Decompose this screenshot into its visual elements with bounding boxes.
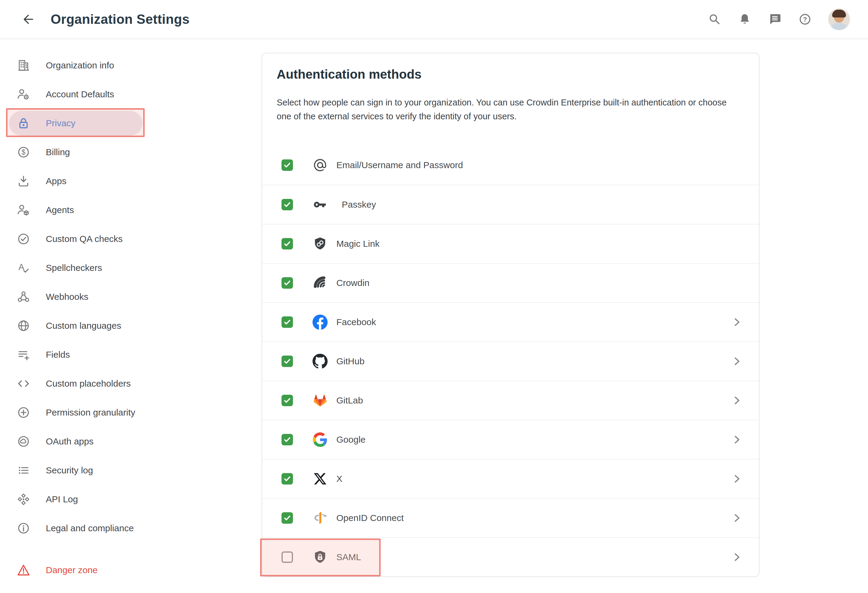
chevron-right-icon[interactable]: [732, 474, 742, 484]
person-cube-icon: [16, 203, 31, 217]
sidebar-item-legal-and-compliance[interactable]: Legal and compliance: [0, 514, 259, 543]
checkbox-checked[interactable]: [282, 159, 293, 171]
sidebar-item-webhooks[interactable]: Webhooks: [0, 282, 259, 311]
sidebar-item-custom-languages[interactable]: Custom languages: [0, 311, 259, 340]
checkbox-checked[interactable]: [282, 473, 293, 485]
sidebar-item-label: Custom languages: [46, 321, 121, 331]
auth-row-email-username-and-password[interactable]: Email/Username and Password: [262, 146, 759, 185]
checkbox-checked[interactable]: [282, 395, 293, 406]
sidebar-item-permission-granularity[interactable]: Permission granularity: [0, 398, 259, 427]
checkbox-unchecked[interactable]: [282, 552, 293, 563]
x-icon: [312, 471, 328, 487]
method-label: Google: [337, 435, 366, 445]
auth-row-magic-link[interactable]: Magic Link: [262, 224, 759, 263]
sidebar-item-security-log[interactable]: Security log: [0, 456, 259, 485]
person-gear-icon: [16, 87, 31, 102]
diamonds-icon: [16, 492, 31, 506]
checkbox-checked[interactable]: [282, 434, 293, 445]
page-title: Organization Settings: [51, 12, 190, 27]
auth-row-gitlab[interactable]: GitLab: [262, 381, 759, 420]
avatar-hair: [832, 10, 846, 18]
method-label: SAML: [337, 552, 361, 562]
sidebar-item-organization-info[interactable]: Organization info: [0, 51, 259, 80]
svg-text:?: ?: [803, 16, 807, 23]
notifications-bell-icon[interactable]: [738, 12, 752, 26]
google-icon: [312, 432, 328, 447]
checkbox-checked[interactable]: [282, 238, 293, 249]
sidebar-item-oauth-apps[interactable]: OAuth apps: [0, 427, 259, 456]
sidebar-item-api-log[interactable]: API Log: [0, 485, 259, 514]
sidebar-item-label: Apps: [46, 176, 66, 186]
auth-row-facebook[interactable]: Facebook: [262, 302, 759, 341]
chevron-right-icon[interactable]: [732, 513, 742, 523]
card-description: Select how people can sign in to your or…: [277, 96, 738, 123]
auth-row-github[interactable]: GitHub: [262, 341, 759, 381]
sidebar-item-custom-qa-checks[interactable]: Custom QA checks: [0, 224, 259, 254]
page-content: Organization info Account Defaults Priva…: [0, 39, 868, 584]
sidebar-item-label: Legal and compliance: [46, 523, 134, 533]
sidebar-item-danger-zone[interactable]: Danger zone: [0, 556, 259, 584]
auth-row-google[interactable]: Google: [262, 420, 759, 459]
method-label: GitLab: [337, 395, 363, 406]
sidebar-item-account-defaults[interactable]: Account Defaults: [0, 80, 259, 109]
sidebar-item-custom-placeholders[interactable]: Custom placeholders: [0, 369, 259, 398]
shield-lock-icon: [312, 549, 328, 565]
card-header: Authentication methods Select how people…: [262, 53, 759, 123]
sidebar-item-billing[interactable]: $ Billing: [0, 138, 259, 167]
auth-row-passkey[interactable]: Passkey: [262, 185, 759, 224]
method-label: Passkey: [342, 199, 376, 210]
sidebar-item-label: Spellcheckers: [46, 263, 102, 273]
method-label: Magic Link: [337, 239, 379, 249]
method-label: X: [337, 474, 342, 484]
sidebar-item-agents[interactable]: Agents: [0, 196, 259, 224]
auth-row-x[interactable]: X: [262, 459, 759, 498]
at-icon: [312, 157, 328, 173]
openid-icon: [312, 510, 328, 526]
sidebar-item-label: Danger zone: [46, 565, 97, 575]
sidebar-item-label: Fields: [46, 350, 70, 360]
checkbox-checked[interactable]: [282, 277, 293, 289]
cloud-circle-icon: [16, 434, 31, 448]
list-icon: [16, 463, 31, 478]
search-icon[interactable]: [708, 12, 722, 26]
auth-row-saml[interactable]: SAML: [262, 537, 759, 577]
auth-row-openid-connect[interactable]: OpenID Connect: [262, 498, 759, 537]
auth-methods-list: Email/Username and Password Passkey Magi…: [262, 146, 759, 577]
main-area: Authentication methods Select how people…: [259, 39, 868, 577]
auth-row-crowdin[interactable]: Crowdin: [262, 263, 759, 302]
sidebar-item-apps[interactable]: Apps: [0, 167, 259, 196]
chevron-right-icon[interactable]: [732, 317, 742, 327]
chevron-right-icon[interactable]: [732, 435, 742, 445]
checkbox-checked[interactable]: [282, 512, 293, 524]
chevron-right-icon[interactable]: [732, 356, 742, 366]
check-circle-icon: [16, 232, 31, 246]
dollar-circle-icon: $: [16, 145, 31, 159]
key-icon: [312, 197, 328, 212]
checkbox-checked[interactable]: [282, 356, 293, 367]
checkbox-checked[interactable]: [282, 316, 293, 328]
app-header: Organization Settings ?: [0, 0, 868, 39]
info-circle-icon: [16, 521, 31, 535]
sidebar-item-label: Account Defaults: [46, 89, 114, 99]
facebook-icon: [312, 314, 328, 330]
sidebar-item-label: Custom placeholders: [46, 378, 131, 389]
chevron-right-icon[interactable]: [732, 552, 742, 562]
sidebar-item-label: Webhooks: [46, 292, 88, 302]
help-icon[interactable]: ?: [798, 12, 812, 26]
webhook-icon: [16, 289, 31, 304]
warning-triangle-icon: [16, 563, 31, 577]
sidebar-item-fields[interactable]: Fields: [0, 340, 259, 369]
sidebar-item-label: Organization info: [46, 60, 114, 71]
chevron-right-icon[interactable]: [732, 395, 742, 406]
header-actions: ?: [708, 9, 850, 30]
messages-chat-icon[interactable]: [768, 12, 782, 26]
lock-icon: [16, 116, 31, 130]
sidebar-item-label: Custom QA checks: [46, 234, 123, 244]
sidebar-item-label: Privacy: [46, 118, 75, 128]
sidebar-item-label: Security log: [46, 465, 93, 475]
sidebar-item-spellcheckers[interactable]: A Spellcheckers: [0, 254, 259, 282]
checkbox-checked[interactable]: [282, 199, 293, 210]
sidebar-item-privacy[interactable]: Privacy: [0, 109, 259, 138]
user-avatar[interactable]: [828, 9, 850, 30]
back-button[interactable]: [19, 11, 36, 28]
